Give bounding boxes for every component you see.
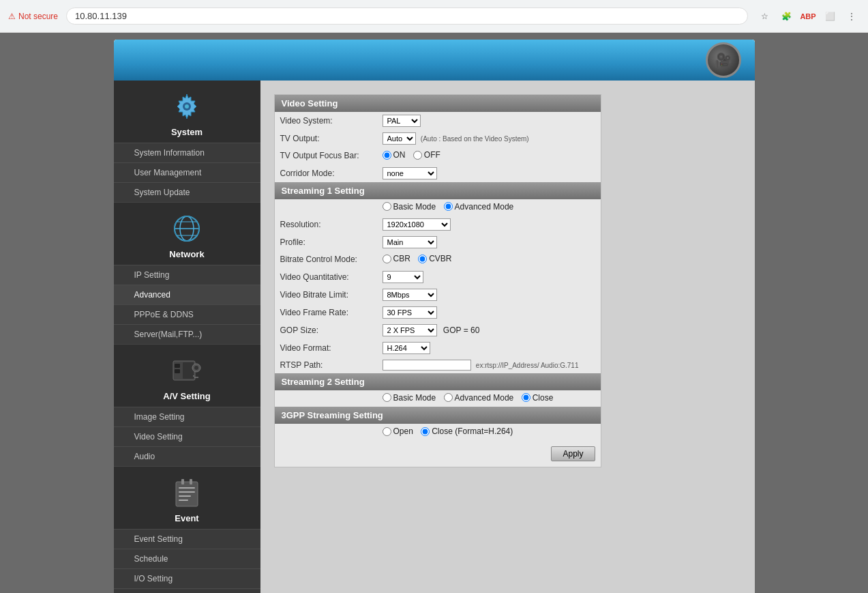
puzzle-icon[interactable]: ⬜ xyxy=(822,8,838,25)
s2-close-label[interactable]: Close xyxy=(522,393,554,403)
sidebar-item-audio[interactable]: Audio xyxy=(114,446,260,466)
sidebar-section-av: A/V Setting Image Setting Video Setting … xyxy=(114,345,260,467)
sidebar-section-system: System System Information User Managemen… xyxy=(114,81,260,203)
tv-focus-on-radio[interactable] xyxy=(383,151,391,160)
profile-cell: Main High Baseline xyxy=(377,233,601,251)
browser-bar: ⚠ Not secure 10.80.11.139 ☆ 🧩 ABP ⬜ ⋮ xyxy=(0,0,868,33)
video-setting-header: Video Setting xyxy=(275,95,601,112)
s2-advanced-mode-radio[interactable] xyxy=(444,393,453,402)
sidebar-category-system[interactable]: System xyxy=(114,81,260,143)
apply-row: Apply xyxy=(275,441,601,467)
star-icon[interactable]: ☆ xyxy=(756,8,773,25)
s1-advanced-mode-label[interactable]: Advanced Mode xyxy=(444,202,514,212)
sidebar-item-user-management[interactable]: User Management xyxy=(114,162,260,182)
sidebar-item-system-update[interactable]: System Update xyxy=(114,182,260,202)
video-frame-row: Video Frame Rate: 30 FPS 25 FPS 15 FPS xyxy=(275,304,601,321)
threegpp-close-label[interactable]: Close (Format=H.264) xyxy=(421,426,513,436)
gop-size-cell: 2 X FPS 1 X FPS 4 X FPS GOP = 60 xyxy=(377,321,601,339)
s1-advanced-mode-radio[interactable] xyxy=(444,202,453,211)
gop-size-label: GOP Size: xyxy=(275,321,377,339)
threegpp-mode-row: Open Close (Format=H.264) xyxy=(275,424,601,441)
sidebar-item-system-information[interactable]: System Information xyxy=(114,143,260,162)
svg-point-16 xyxy=(194,377,196,378)
svg-rect-10 xyxy=(175,364,180,368)
tv-focus-on-label[interactable]: ON xyxy=(383,150,406,160)
rtsp-path-input[interactable] xyxy=(383,360,471,371)
sidebar-item-ip-setting[interactable]: IP Setting xyxy=(114,265,260,285)
video-frame-select[interactable]: 30 FPS 25 FPS 15 FPS xyxy=(383,306,437,319)
video-bitrate-select[interactable]: 8Mbps 4Mbps 2Mbps xyxy=(383,289,437,301)
rtsp-path-row: RTSP Path: ex:rtsp://IP_Address/ Audio:G… xyxy=(275,357,601,373)
tv-output-select[interactable]: Auto On Off xyxy=(383,132,416,145)
streaming1-mode-row: Basic Mode Advanced Mode xyxy=(275,199,601,216)
cvbr-radio[interactable] xyxy=(418,255,427,263)
tv-focus-off-label[interactable]: OFF xyxy=(413,150,440,160)
sidebar-category-av[interactable]: A/V Setting xyxy=(114,345,260,407)
streaming1-header: Streaming 1 Setting xyxy=(275,182,601,199)
s1-basic-mode-text: Basic Mode xyxy=(393,202,436,212)
resolution-select[interactable]: 1920x1080 1280x720 640x480 xyxy=(383,218,451,231)
sidebar-item-schedule[interactable]: Schedule xyxy=(114,549,260,568)
video-settings-table: Video System: PAL NTSC TV Output: xyxy=(275,112,601,182)
s1-basic-mode-radio[interactable] xyxy=(383,202,391,211)
streaming2-mode-cell: Basic Mode Advanced Mode Close xyxy=(377,390,601,407)
bitrate-control-row: Bitrate Control Mode: CBR CVBR xyxy=(275,251,601,268)
s2-basic-mode-label[interactable]: Basic Mode xyxy=(383,393,436,403)
svg-rect-11 xyxy=(175,369,180,373)
threegpp-mode-label xyxy=(275,424,377,441)
corridor-mode-select[interactable]: none 90° 270° xyxy=(383,167,437,179)
sidebar-category-network[interactable]: Network xyxy=(114,203,260,265)
streaming2-table: Basic Mode Advanced Mode Close xyxy=(275,390,601,407)
extension-icon[interactable]: 🧩 xyxy=(778,8,794,25)
apply-button[interactable]: Apply xyxy=(551,446,595,461)
s1-advanced-mode-text: Advanced Mode xyxy=(455,202,514,212)
s2-advanced-mode-text: Advanced Mode xyxy=(455,393,514,403)
system-items: System Information User Management Syste… xyxy=(114,143,260,202)
video-system-label: Video System: xyxy=(275,112,377,130)
event-label: Event xyxy=(175,513,198,523)
adblocker-icon[interactable]: ABP xyxy=(800,8,816,25)
threegpp-header: 3GPP Streaming Setting xyxy=(275,407,601,424)
s2-close-radio[interactable] xyxy=(522,393,530,402)
gop-size-select[interactable]: 2 X FPS 1 X FPS 4 X FPS xyxy=(383,324,437,336)
s2-basic-mode-text: Basic Mode xyxy=(393,393,436,403)
tv-output-cell: Auto On Off (Auto : Based on the Video S… xyxy=(377,130,601,147)
sidebar-item-advanced[interactable]: Advanced xyxy=(114,285,260,304)
threegpp-open-radio[interactable] xyxy=(383,427,391,436)
s2-basic-mode-radio[interactable] xyxy=(383,393,391,402)
streaming2-mode-row: Basic Mode Advanced Mode Close xyxy=(275,390,601,407)
sidebar-item-io-setting[interactable]: I/O Setting xyxy=(114,568,260,588)
s1-basic-mode-label[interactable]: Basic Mode xyxy=(383,202,436,212)
svg-rect-20 xyxy=(179,487,195,489)
sidebar-item-event-setting[interactable]: Event Setting xyxy=(114,529,260,549)
app-body: System System Information User Managemen… xyxy=(114,81,755,593)
video-system-row: Video System: PAL NTSC xyxy=(275,112,601,130)
camera-icon: 🎥 xyxy=(706,42,741,78)
threegpp-open-text: Open xyxy=(393,426,413,436)
video-quantitative-select[interactable]: 9 1 5 xyxy=(383,271,423,283)
sidebar-item-image-setting[interactable]: Image Setting xyxy=(114,407,260,426)
cbr-label-el[interactable]: CBR xyxy=(383,254,410,263)
svg-rect-24 xyxy=(181,479,184,484)
threegpp-open-label[interactable]: Open xyxy=(383,426,413,436)
sidebar-item-video-setting[interactable]: Video Setting xyxy=(114,426,260,446)
svg-point-15 xyxy=(193,375,194,377)
video-format-select[interactable]: H.264 H.265 xyxy=(383,342,430,354)
video-system-select[interactable]: PAL NTSC xyxy=(383,115,421,127)
url-bar[interactable]: 10.80.11.139 xyxy=(66,8,748,25)
cbr-radio[interactable] xyxy=(383,255,391,263)
menu-icon[interactable]: ⋮ xyxy=(843,8,860,25)
tv-focus-off-radio[interactable] xyxy=(413,151,422,160)
sidebar-item-pppoe-ddns[interactable]: PPPoE & DDNS xyxy=(114,304,260,324)
threegpp-close-radio[interactable] xyxy=(421,427,430,436)
cvbr-label-el[interactable]: CVBR xyxy=(418,254,451,263)
sidebar-item-log-list[interactable]: Log List xyxy=(114,588,260,593)
profile-select[interactable]: Main High Baseline xyxy=(383,236,437,248)
svg-point-2 xyxy=(185,104,189,109)
av-icon xyxy=(169,353,205,388)
gop-size-row: GOP Size: 2 X FPS 1 X FPS 4 X FPS GOP = … xyxy=(275,321,601,339)
sidebar-item-server[interactable]: Server(Mail,FTP...) xyxy=(114,324,260,344)
rtsp-hint-text: ex:rtsp://IP_Address/ Audio:G.711 xyxy=(476,362,579,369)
s2-advanced-mode-label[interactable]: Advanced Mode xyxy=(444,393,514,403)
sidebar-category-event[interactable]: Event xyxy=(114,467,260,529)
